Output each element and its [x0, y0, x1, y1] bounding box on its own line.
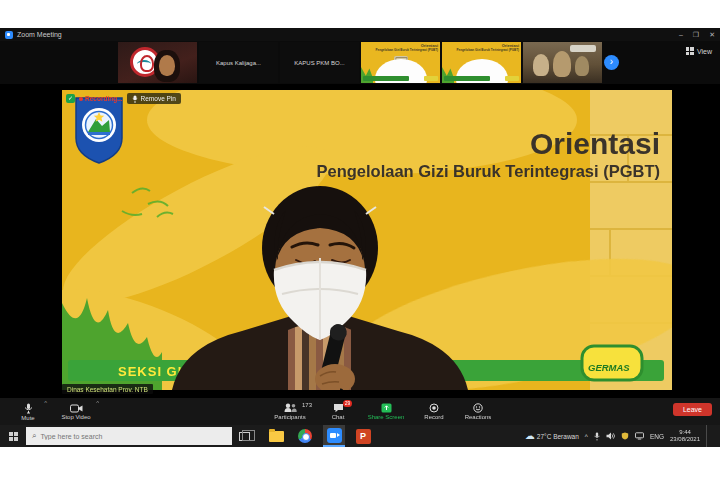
leave-button[interactable]: Leave: [673, 403, 712, 416]
record-button[interactable]: Record: [412, 398, 456, 425]
weather-widget[interactable]: ☁ 27°C Berawan: [525, 431, 579, 441]
participant-thumbnail[interactable]: Orientasi Pengelolaan Gizi Buruk Terinte…: [361, 42, 440, 83]
window-titlebar: Zoom Meeting – ❐ ✕: [0, 28, 720, 41]
tray-security-button[interactable]: [621, 432, 629, 440]
tray-network-button[interactable]: [635, 432, 644, 440]
participant-thumbnail[interactable]: [118, 42, 197, 83]
video-topleft-overlays: ✓ Recording... Remove Pin: [66, 93, 181, 104]
tray-expand-button[interactable]: ^: [585, 433, 588, 440]
germas-logo: GERMAS: [582, 346, 642, 380]
zoom-app-button[interactable]: [323, 425, 345, 447]
microphone-icon: [24, 403, 33, 414]
clock-time: 9:44: [670, 429, 700, 437]
camera-icon: [70, 404, 83, 413]
cloud-icon: ☁: [525, 431, 535, 441]
file-explorer-button[interactable]: [265, 425, 287, 447]
stop-video-button[interactable]: ^ Stop Video: [50, 398, 102, 425]
tray-mic-button[interactable]: [594, 432, 600, 441]
shield-tray-icon: [621, 432, 629, 440]
powerpoint-button[interactable]: P: [352, 425, 374, 447]
participant-filmstrip: Kapus Kalijaga... KAPUS PKM BO... Orient…: [0, 41, 720, 84]
task-view-icon: [239, 432, 250, 441]
powerpoint-icon: P: [356, 429, 371, 444]
network-icon: [635, 432, 644, 440]
windows-taskbar: ⌕ P ☁: [0, 425, 720, 447]
chat-icon: [333, 403, 344, 413]
recording-dot-icon: [79, 97, 83, 101]
mute-button[interactable]: ^ Mute: [6, 398, 50, 425]
banner-title: Orientasi: [530, 127, 660, 160]
tray-volume-button[interactable]: [606, 432, 615, 440]
zoom-meeting-screenshot: Zoom Meeting – ❐ ✕ Kapus Kalijaga... KAP: [0, 0, 720, 496]
reactions-icon: [473, 403, 483, 413]
zoom-icon: [327, 428, 342, 443]
pin-icon: [132, 95, 138, 103]
participant-name-chip: [444, 76, 490, 81]
remove-pin-button[interactable]: Remove Pin: [127, 93, 181, 104]
speaker-video-frame: SEKSI GIZI DA GERMAS: [62, 90, 672, 390]
windows-logo-icon: [9, 432, 18, 441]
close-button[interactable]: ✕: [709, 28, 715, 41]
view-label: View: [697, 48, 712, 55]
banner-subtitle: Pengelolaan Gizi Buruk Terintegrasi (PGB…: [316, 162, 660, 180]
meeting-control-bar: ^ Mute ^ Stop Video: [0, 398, 720, 425]
participant-thumbnail[interactable]: KAPUS PKM BO...: [280, 42, 359, 83]
view-button[interactable]: View: [686, 47, 712, 55]
recording-indicator: Recording...: [79, 95, 123, 102]
chat-unread-badge: 29: [343, 400, 352, 407]
audio-options-caret[interactable]: ^: [44, 400, 47, 406]
folder-icon: [269, 431, 284, 442]
search-input[interactable]: [40, 433, 226, 440]
video-options-caret[interactable]: ^: [96, 400, 99, 406]
share-screen-icon: [381, 403, 392, 413]
chat-button[interactable]: 29 Chat: [316, 398, 360, 425]
start-button[interactable]: [0, 425, 26, 447]
participants-icon: [284, 403, 297, 413]
slide-subtitle-mini: Pengelolaan Gizi Buruk Terintegrasi (PGB…: [376, 48, 438, 52]
reactions-button[interactable]: Reactions: [456, 398, 500, 425]
slide-subtitle-mini: Pengelolaan Gizi Buruk Terintegrasi (PGB…: [457, 48, 519, 52]
encryption-shield-icon: ✓: [66, 94, 75, 103]
minimize-button[interactable]: –: [679, 28, 683, 41]
record-icon: [429, 403, 439, 413]
share-screen-button[interactable]: Share Screen: [360, 398, 412, 425]
participant-name-chip: [363, 76, 409, 81]
ntb-province-logo: [76, 98, 122, 163]
main-video: SEKSI GIZI DA GERMAS: [62, 90, 672, 390]
participant-name-label: KAPUS PKM BO...: [294, 60, 344, 66]
participant-name-badge: Dinas Kesehatan Prov. NTB: [62, 384, 153, 394]
participant-thumbnail[interactable]: [523, 42, 602, 83]
system-tray: ☁ 27°C Berawan ^: [525, 425, 720, 447]
svg-text:GERMAS: GERMAS: [588, 362, 630, 373]
language-indicator[interactable]: ENG: [650, 433, 664, 440]
participant-name-label: Kapus Kalijaga...: [216, 60, 261, 66]
participant-thumbnail[interactable]: Orientasi Pengelolaan Gizi Buruk Terinte…: [442, 42, 521, 83]
mic-tray-icon: [594, 432, 600, 441]
maximize-button[interactable]: ❐: [693, 28, 699, 41]
speaker-icon: [606, 432, 615, 440]
taskbar-clock[interactable]: 9:44 23/08/2021: [670, 429, 700, 444]
taskbar-search[interactable]: ⌕: [26, 427, 232, 445]
zoom-window: Zoom Meeting – ❐ ✕ Kapus Kalijaga... KAP: [0, 28, 720, 447]
search-icon: ⌕: [32, 431, 36, 441]
gallery-view-icon: [686, 47, 694, 55]
chrome-icon: [298, 429, 312, 443]
next-page-arrow-button[interactable]: ›: [604, 55, 619, 70]
task-view-button[interactable]: [232, 425, 256, 447]
show-desktop-button[interactable]: [706, 425, 710, 447]
main-video-stage: SEKSI GIZI DA GERMAS: [0, 84, 720, 398]
participant-thumbnail[interactable]: Kapus Kalijaga...: [199, 42, 278, 83]
chrome-button[interactable]: [294, 425, 316, 447]
zoom-app-icon: [5, 31, 13, 39]
clock-date: 23/08/2021: [670, 436, 700, 444]
window-title: Zoom Meeting: [17, 31, 62, 38]
participants-button[interactable]: 173 Participants: [264, 398, 316, 425]
